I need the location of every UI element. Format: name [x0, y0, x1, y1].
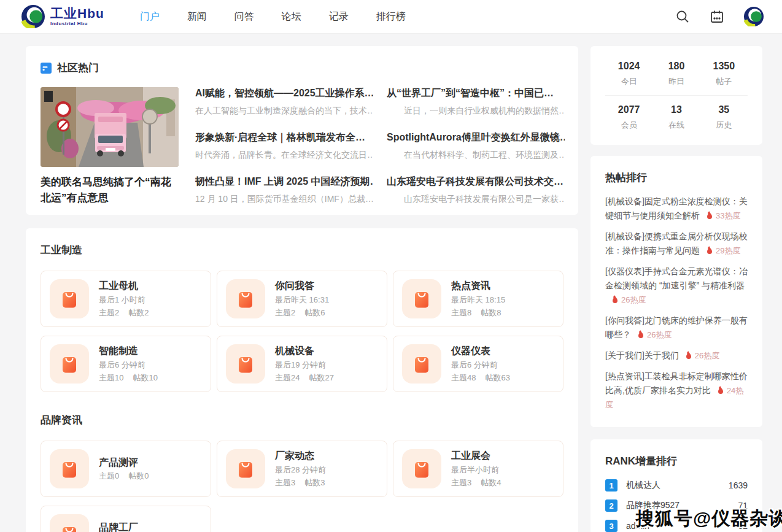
forum-posts: 帖数2 — [128, 307, 149, 319]
forum-card-gongyemuji[interactable]: 工业母机 最后1 小时前 主题2帖数2 — [41, 271, 211, 327]
article-summary: 时代奔涌，品牌长青。在全球经济文化交流日… — [195, 150, 373, 161]
forum-card-jixieshebei[interactable]: 机械设备 最后19 分钟前 主题24帖数27 — [217, 336, 387, 392]
forum-last-activity: 最后昨天 16:31 — [275, 294, 329, 306]
forum-posts: 帖数6 — [304, 307, 325, 319]
article-summary: 在当代材料科学、制药工程、环境监测及… — [387, 150, 565, 161]
forum-card-yiqiyibiao[interactable]: 仪器仪表 最后6 分钟前 主题48帖数63 — [393, 336, 563, 392]
menu-item-forum[interactable]: 论坛 — [282, 10, 301, 23]
featured-article[interactable]: 美的联名马思纯搞了个“南花北运”有点意思 — [41, 87, 179, 220]
forum-card-chanpinceping[interactable]: 产品测评 主题0帖数0 — [41, 441, 211, 497]
forum-last-activity: 最后半小时前 — [451, 464, 501, 476]
forum-topics: 主题24 — [275, 372, 300, 384]
article-title[interactable]: 山东瑶安电子科技发展有限公司技术交… — [387, 175, 565, 188]
bag-icon — [402, 344, 441, 384]
article-title[interactable]: SpotlightAurora傅里叶变换红外显微镜… — [387, 131, 565, 144]
menu-item-qa[interactable]: 问答 — [234, 10, 254, 23]
forum-posts: 帖数0 — [128, 470, 149, 482]
hot-post-item[interactable]: [机械设备]便携式重金属分析仪现场校准：操作指南与常见问题29热度 — [605, 229, 748, 258]
hot-post-item[interactable]: [热点资讯]工装检具非标定制哪家性价比高,优质厂家排名实力对比24热度 — [605, 369, 748, 412]
forum-last-activity: 最后19 分钟前 — [275, 359, 334, 371]
rank-badge: 2 — [605, 499, 617, 512]
stat-today: 1024 今日 — [605, 61, 652, 87]
article-title[interactable]: AI赋能，智控领航——2025工业操作系… — [195, 87, 373, 100]
article-column-1: AI赋能，智控领航——2025工业操作系… 在人工智能与工业制造深度融合的当下，… — [195, 87, 373, 220]
menu-item-ranking[interactable]: 排行榜 — [376, 10, 406, 23]
article-title[interactable]: 从“世界工厂”到“智造中枢”：中国已… — [387, 87, 565, 100]
rank-user-name: admin — [626, 521, 649, 531]
hot-post-item[interactable]: [关于我们]关于我们26热度 — [605, 349, 748, 363]
bag-icon — [50, 344, 89, 384]
menu-item-records[interactable]: 记录 — [329, 10, 349, 23]
article-title[interactable]: 韧性凸显！IMF 上调 2025 中国经济预期… — [195, 175, 373, 188]
stat-online: 13 在线 — [652, 104, 700, 131]
article-title[interactable]: 形象焕新·启程全球｜格林凯瑞发布全… — [195, 131, 373, 144]
forum-name: 热点资讯 — [451, 279, 505, 293]
hot-post-item[interactable]: [机械设备]固定式粉尘浓度检测仪：关键细节与使用须知全解析33热度 — [605, 195, 748, 223]
calendar-icon[interactable] — [710, 9, 724, 24]
search-icon[interactable] — [675, 9, 690, 24]
forum-card-pinpaigongchang[interactable]: 品牌工厂 主题0帖数0 — [41, 506, 211, 532]
article-item: 山东瑶安电子科技发展有限公司技术交… 山东瑶安电子科技发展有限公司是一家获… — [387, 175, 565, 205]
forum-last-activity: 最后昨天 18:15 — [451, 294, 505, 306]
forum-name: 你问我答 — [275, 279, 329, 293]
forum-posts: 帖数10 — [133, 372, 157, 384]
article-summary: 12 月 10 日，国际货币基金组织（IMF）总裁… — [195, 194, 373, 205]
forum-posts: 帖数63 — [485, 372, 509, 384]
rank-user-name: 品牌推荐9527 — [626, 500, 679, 511]
featured-image[interactable] — [41, 87, 179, 167]
menu-item-portal[interactable]: 门户 — [140, 10, 160, 23]
bag-icon — [402, 449, 441, 488]
forum-topics: 主题2 — [275, 307, 295, 319]
bag-icon — [50, 449, 89, 488]
article-column-2: 从“世界工厂”到“智造中枢”：中国已… 近日，一则来自行业权威机构的数据悄然… … — [387, 87, 565, 220]
article-summary: 近日，一则来自行业权威机构的数据悄然… — [387, 106, 565, 117]
menu-item-news[interactable]: 新闻 — [187, 10, 207, 23]
hot-posts-title: 热帖排行 — [605, 171, 748, 185]
logo-subtitle: Industrial Hbu — [50, 21, 104, 26]
hot-post-heat: 26热度 — [695, 351, 719, 360]
rank-list: 1 机械达人 1639 2 品牌推荐9527 71 3 admin 32 4 f… — [605, 479, 748, 532]
rank-item[interactable]: 1 机械达人 1639 — [605, 479, 748, 492]
forum-name: 产品测评 — [99, 456, 149, 469]
rank-title: RANK增量排行 — [605, 454, 748, 468]
forum-name: 工业母机 — [99, 279, 149, 293]
bag-icon — [226, 449, 265, 488]
forum-card-redianzixun[interactable]: 热点资讯 最后昨天 18:15 主题8帖数8 — [393, 271, 563, 327]
forum-topics: 主题2 — [99, 307, 119, 319]
stat-yesterday: 180 昨日 — [652, 61, 700, 87]
forum-card-niwenwoda[interactable]: 你问我答 最后昨天 16:31 主题2帖数6 — [217, 271, 387, 327]
forum-last-activity: 最后6 分钟前 — [99, 359, 158, 371]
forum-grid-industrial: 工业母机 最后1 小时前 主题2帖数2 你问我答 最后昨天 16:31 主题2帖… — [41, 271, 563, 392]
community-hot-title: 社区热门 — [57, 61, 99, 75]
forum-posts: 帖数8 — [481, 307, 501, 319]
featured-caption[interactable]: 美的联名马思纯搞了个“南花北运”有点意思 — [41, 174, 179, 206]
community-hot-panel: 社区热门 — [26, 46, 578, 215]
user-avatar[interactable] — [744, 7, 764, 26]
flame-icon — [717, 384, 724, 398]
rank-panel: RANK增量排行 1 机械达人 1639 2 品牌推荐9527 71 3 adm… — [590, 439, 762, 532]
forum-card-changjiadongtai[interactable]: 厂家动态 最后28 分钟前 主题3帖数3 — [217, 441, 387, 497]
hot-post-text: [关于我们]关于我们 — [605, 350, 679, 360]
rank-item[interactable]: 3 admin 32 — [605, 520, 748, 532]
bag-icon — [226, 279, 265, 318]
hot-post-item[interactable]: [你问我答]龙门铣床的维护保养一般有哪些？26热度 — [605, 314, 748, 342]
rank-user-name: 机械达人 — [626, 480, 660, 491]
bag-icon — [50, 279, 89, 318]
section-title-industrial: 工业制造 — [41, 243, 563, 257]
forum-grid-brand: 产品测评 主题0帖数0 厂家动态 最后28 分钟前 主题3帖数3 — [41, 441, 563, 532]
site-logo[interactable]: 工业Hbu Industrial Hbu — [21, 5, 104, 28]
forum-card-gongyezhanhui[interactable]: 工业展会 最后半小时前 主题3帖数4 — [393, 441, 563, 497]
rank-item[interactable]: 2 品牌推荐9527 71 — [605, 499, 748, 512]
rank-user-value: 71 — [738, 501, 748, 511]
hot-post-item[interactable]: [仪器仪表]手持式合金元素光谱仪：冶金检测领域的 “加速引擎” 与精准利器26热… — [605, 264, 748, 307]
forum-topics: 主题8 — [451, 307, 471, 319]
bag-icon — [50, 514, 89, 532]
bag-icon — [402, 279, 441, 318]
rank-user-value: 32 — [738, 521, 748, 531]
flame-icon — [706, 209, 713, 223]
forum-stats-panel: 1024 今日 180 昨日 1350 帖子 2077 会员 13 — [590, 46, 762, 145]
forum-card-zhinengzhizao[interactable]: 智能制造 最后6 分钟前 主题10帖数10 — [41, 336, 211, 392]
forum-name: 智能制造 — [99, 344, 158, 358]
forum-topics: 主题0 — [99, 470, 119, 482]
hot-post-heat: 29热度 — [716, 246, 740, 255]
